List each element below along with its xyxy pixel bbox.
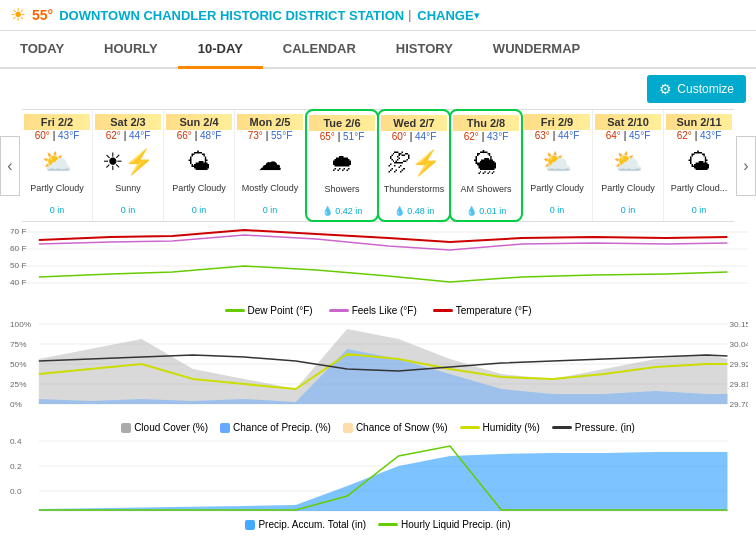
day-name-3: Mon 2/5: [237, 116, 303, 128]
day-icon-4: 🌧: [309, 146, 375, 180]
dew-point-legend: Dew Point (°F): [225, 305, 313, 316]
day-condition-3: Mostly Cloudy: [237, 183, 303, 205]
day-header-6: Thu 2/8: [453, 115, 519, 131]
station-name: DOWNTOWN CHANDLER HISTORIC DISTRICT STAT…: [59, 8, 404, 23]
day-icon-6: 🌦: [453, 146, 519, 180]
day-icon-7: ⛅: [524, 145, 590, 179]
day-precip-4: 💧 0.42 in: [309, 206, 375, 216]
forecast-day-8[interactable]: Sat 2/10 64° | 45°F ⛅ Partly Cloudy 0 in: [593, 110, 664, 221]
snow-chance-color: [343, 423, 353, 433]
precip-chart-wrapper: 0.4 0.2 0.0 Precip. Accum. Total (in) Ho…: [8, 436, 748, 533]
day-icon-5: ⛈⚡: [381, 146, 447, 180]
day-temps-2: 66° | 48°F: [166, 130, 232, 141]
svg-text:30.04: 30.04: [730, 340, 748, 349]
toolbar: ⚙ Customize: [0, 69, 756, 109]
svg-text:29.92: 29.92: [730, 360, 748, 369]
svg-text:100%: 100%: [10, 320, 31, 329]
day-low-8: 45°F: [629, 130, 650, 141]
change-button[interactable]: CHANGE: [417, 8, 473, 23]
hourly-precip-label: Hourly Liquid Precip. (in): [401, 519, 511, 530]
day-header-0: Fri 2/2: [24, 114, 90, 130]
day-high-3: 73°: [248, 130, 263, 141]
day-high-5: 60°: [392, 131, 407, 142]
day-header-5: Wed 2/7: [381, 115, 447, 131]
day-condition-6: AM Showers: [453, 184, 519, 206]
day-precip-9: 0 in: [666, 205, 732, 215]
forecast-day-6[interactable]: Thu 2/8 62° | 43°F 🌦 AM Showers 💧 0.01 i…: [449, 109, 523, 222]
forecast-day-0[interactable]: Fri 2/2 60° | 43°F ⛅ Partly Cloudy 0 in: [22, 110, 93, 221]
tab-history[interactable]: HISTORY: [376, 31, 473, 69]
forecast-day-7[interactable]: Fri 2/9 63° | 44°F ⛅ Partly Cloudy 0 in: [522, 110, 593, 221]
forecast-day-2[interactable]: Sun 2/4 66° | 48°F 🌤 Partly Cloudy 0 in: [164, 110, 235, 221]
gear-icon: ⚙: [659, 81, 672, 97]
forecast-day-3[interactable]: Mon 2/5 73° | 55°F ☁ Mostly Cloudy 0 in: [235, 110, 306, 221]
precip-chart: 0.4 0.2 0.0: [8, 436, 748, 516]
day-header-9: Sun 2/11: [666, 114, 732, 130]
temperature-color: [433, 309, 453, 312]
customize-button[interactable]: ⚙ Customize: [647, 75, 746, 103]
day-condition-8: Partly Cloudy: [595, 183, 661, 205]
svg-text:29.81: 29.81: [730, 380, 748, 389]
hourly-precip-legend: Hourly Liquid Precip. (in): [378, 519, 511, 530]
forecast-container: ‹ Fri 2/2 60° | 43°F ⛅ Partly Cloudy 0 i…: [0, 109, 756, 222]
humidity-legend: Humidity (%): [460, 422, 540, 433]
nav-tabs: TODAY HOURLY 10-DAY CALENDAR HISTORY WUN…: [0, 31, 756, 69]
day-precip-6: 💧 0.01 in: [453, 206, 519, 216]
forecast-grid: Fri 2/2 60° | 43°F ⛅ Partly Cloudy 0 in …: [22, 109, 734, 222]
forecast-day-5[interactable]: Wed 2/7 60° | 44°F ⛈⚡ Thunderstorms 💧 0.…: [377, 109, 451, 222]
customize-label: Customize: [677, 82, 734, 96]
day-high-8: 64°: [606, 130, 621, 141]
precip-accum-legend: Precip. Accum. Total (in): [245, 519, 366, 530]
humidity-color: [460, 426, 480, 429]
day-temps-0: 60° | 43°F: [24, 130, 90, 141]
day-temps-8: 64° | 45°F: [595, 130, 661, 141]
day-temps-5: 60° | 44°F: [381, 131, 447, 142]
day-name-8: Sat 2/10: [595, 116, 661, 128]
day-condition-4: Showers: [309, 184, 375, 206]
day-name-9: Sun 2/11: [666, 116, 732, 128]
dew-point-label: Dew Point (°F): [248, 305, 313, 316]
day-name-1: Sat 2/3: [95, 116, 161, 128]
day-condition-7: Partly Cloudy: [524, 183, 590, 205]
feels-like-label: Feels Like (°F): [352, 305, 417, 316]
svg-text:0%: 0%: [10, 400, 22, 409]
forecast-day-1[interactable]: Sat 2/3 62° | 44°F ☀⚡ Sunny 0 in: [93, 110, 164, 221]
day-high-4: 65°: [320, 131, 335, 142]
forecast-day-9[interactable]: Sun 2/11 62° | 43°F 🌤 Partly Cloud... 0 …: [664, 110, 734, 221]
tab-today[interactable]: TODAY: [0, 31, 84, 69]
day-high-9: 62°: [677, 130, 692, 141]
day-name-2: Sun 2/4: [166, 116, 232, 128]
svg-text:60 F: 60 F: [10, 244, 26, 253]
day-name-5: Wed 2/7: [381, 117, 447, 129]
svg-text:25%: 25%: [10, 380, 26, 389]
svg-text:50 F: 50 F: [10, 261, 26, 270]
precip-accum-label: Precip. Accum. Total (in): [258, 519, 366, 530]
forecast-day-4[interactable]: Tue 2/6 65° | 51°F 🌧 Showers 💧 0.42 in: [305, 109, 379, 222]
svg-text:0.2: 0.2: [10, 462, 22, 471]
day-precip-0: 0 in: [24, 205, 90, 215]
day-header-8: Sat 2/10: [595, 114, 661, 130]
day-low-2: 48°F: [200, 130, 221, 141]
tab-10day[interactable]: 10-DAY: [178, 31, 263, 69]
day-name-7: Fri 2/9: [524, 116, 590, 128]
cloud-chart-legend: Cloud Cover (%) Chance of Precip. (%) Ch…: [8, 419, 748, 436]
precip-chance-label: Chance of Precip. (%): [233, 422, 331, 433]
tab-calendar[interactable]: CALENDAR: [263, 31, 376, 69]
temp-chart-wrapper: 70 F 60 F 50 F 40 F Dew Point (°F) Feels…: [8, 222, 748, 319]
tab-wundermap[interactable]: WUNDERMAP: [473, 31, 600, 69]
cloud-cover-label: Cloud Cover (%): [134, 422, 208, 433]
day-icon-3: ☁: [237, 145, 303, 179]
separator: |: [408, 8, 411, 22]
day-condition-2: Partly Cloudy: [166, 183, 232, 205]
day-icon-9: 🌤: [666, 145, 732, 179]
pressure-legend: Pressure. (in): [552, 422, 635, 433]
prev-button[interactable]: ‹: [0, 136, 20, 196]
tab-hourly[interactable]: HOURLY: [84, 31, 178, 69]
day-low-0: 43°F: [58, 130, 79, 141]
day-temps-7: 63° | 44°F: [524, 130, 590, 141]
next-button[interactable]: ›: [736, 136, 756, 196]
day-icon-8: ⛅: [595, 145, 661, 179]
day-precip-2: 0 in: [166, 205, 232, 215]
svg-text:50%: 50%: [10, 360, 26, 369]
day-high-7: 63°: [535, 130, 550, 141]
